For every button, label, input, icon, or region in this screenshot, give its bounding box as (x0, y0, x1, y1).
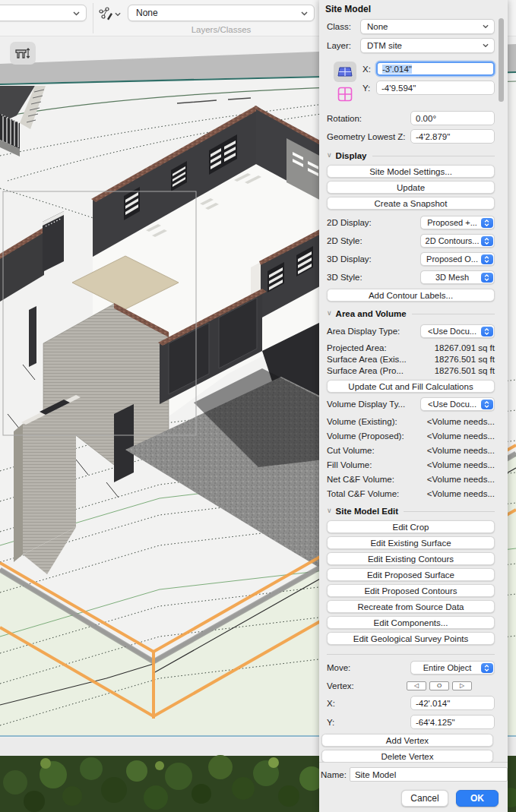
move-popup[interactable]: Entire Object (410, 661, 495, 675)
y-label: Y: (362, 84, 376, 93)
area-volume-section-header[interactable]: ∨ Area and Volume (327, 308, 495, 320)
add-contour-labels-button[interactable]: Add Contour Labels... (327, 289, 495, 302)
area-display-type-popup[interactable]: <Use Docu... (420, 324, 495, 338)
2d-display-label: 2D Display: (327, 218, 372, 227)
vertex-y-field[interactable]: -64'4.125" (410, 715, 495, 729)
pink-grid-icon[interactable] (337, 87, 353, 102)
layer-label: Layer: (327, 41, 360, 50)
dialog-footer: Name: Site Model Cancel OK (319, 762, 508, 812)
geometry-lowest-z-label: Geometry Lowest Z: (327, 132, 406, 141)
net-cf-volume-label: Net C&F Volume: (327, 475, 394, 484)
volume-display-type-popup[interactable]: <Use Docu... (420, 397, 495, 411)
2d-style-popup[interactable]: 2D Contours... (420, 234, 495, 248)
surface-area-proposed-value: 18276.501 sq ft (435, 366, 495, 375)
rotation-label: Rotation: (327, 114, 362, 123)
fill-volume-value: <Volume needs... (427, 460, 495, 469)
vertex-x-field[interactable]: -42'.014" (410, 696, 495, 710)
disclosure-chevron-icon: ∨ (327, 507, 332, 514)
popup-chevrons-icon (481, 663, 493, 673)
update-button[interactable]: Update (327, 181, 495, 194)
2d-display-popup[interactable]: Proposed +... (420, 216, 495, 229)
display-section-header[interactable]: ∨ Display (327, 150, 495, 162)
rotation-field[interactable]: 0.00° (410, 111, 495, 125)
scrollbar-thumb[interactable] (499, 18, 504, 102)
previous-vertex-button[interactable]: ◁ (407, 681, 426, 690)
create-snapshot-button[interactable]: Create a Snapshot (327, 197, 495, 210)
name-label: Name: (321, 770, 347, 779)
layer-dropdown[interactable]: DTM site (360, 38, 495, 53)
y-coordinate-field[interactable]: -4'9.594" (376, 81, 495, 95)
surface-area-existing-value: 18276.501 sq ft (435, 355, 495, 364)
volume-proposed-value: <Volume needs... (427, 431, 495, 441)
cut-volume-value: <Volume needs... (427, 446, 495, 455)
delete-vertex-button[interactable]: Delete Vertex (321, 750, 493, 762)
select-vertex-button[interactable]: O (429, 681, 449, 690)
cut-volume-label: Cut Volume: (327, 446, 375, 455)
attribute-mapping-tool-button[interactable] (98, 7, 124, 22)
surface-area-proposed-label: Surface Area (Pro... (327, 366, 404, 375)
edit-crop-button[interactable]: Edit Crop (327, 520, 495, 533)
fit-walls-button[interactable] (10, 42, 36, 65)
3d-display-popup[interactable]: Proposed O... (420, 252, 495, 266)
next-vertex-button[interactable]: ▷ (452, 681, 472, 690)
recreate-from-source-button[interactable]: Recreate from Source Data (327, 600, 495, 613)
net-cf-volume-value: <Volume needs... (427, 475, 495, 484)
site-model-settings-button[interactable]: Site Model Settings... (327, 165, 495, 178)
3d-display-label: 3D Display: (327, 254, 372, 264)
popup-chevrons-icon (481, 327, 493, 336)
class-filter-dropdown[interactable]: None (128, 5, 315, 21)
popup-chevrons-icon (481, 273, 493, 283)
disclosure-chevron-icon: ∨ (327, 309, 332, 317)
update-cut-fill-button[interactable]: Update Cut and Fill Calculations (327, 380, 495, 393)
x-label: X: (362, 65, 376, 74)
site-model-edit-section-header[interactable]: ∨ Site Model Edit (327, 505, 495, 517)
ok-button[interactable]: OK (456, 790, 499, 807)
panel-title: Site Model (319, 0, 508, 14)
geometry-lowest-z-field[interactable]: -4'2.879" (410, 129, 495, 144)
node-edit-icon (98, 7, 115, 22)
vertex-x-label: X: (327, 699, 335, 708)
total-cf-volume-label: Total C&F Volume: (327, 489, 399, 498)
toolbar-divider (93, 3, 93, 33)
volume-existing-value: <Volume needs... (427, 417, 495, 426)
chevron-down-icon (301, 11, 308, 16)
app-window: None Layers/Classes Site Model Class: No… (0, 0, 516, 812)
tool-style-dropdown[interactable] (0, 5, 87, 21)
class-filter-value: None (136, 8, 158, 18)
area-display-type-label: Area Display Type: (327, 327, 400, 336)
popup-chevrons-icon (481, 400, 493, 409)
section-divider (327, 654, 495, 655)
layers-classes-label: Layers/Classes (128, 25, 315, 34)
2d-style-label: 2D Style: (327, 236, 362, 245)
projected-area-value: 18267.091 sq ft (435, 343, 495, 352)
name-input[interactable]: Site Model (350, 767, 508, 782)
edit-geological-survey-button[interactable]: Edit Geological Survey Points (327, 632, 495, 645)
popup-chevrons-icon (481, 236, 493, 246)
chevron-down-icon (73, 11, 80, 16)
site-model-panel: Site Model Class: None Layer: DTM site (319, 0, 508, 812)
fill-volume-label: Fill Volume: (327, 460, 372, 469)
add-vertex-button[interactable]: Add Vertex (321, 734, 493, 747)
edit-existing-surface-button[interactable]: Edit Existing Surface (327, 536, 495, 549)
cancel-button[interactable]: Cancel (401, 790, 448, 807)
3d-style-label: 3D Style: (327, 273, 362, 282)
edit-existing-contours-button[interactable]: Edit Existing Contours (327, 552, 495, 565)
disclosure-chevron-icon: ∨ (327, 151, 332, 159)
class-label: Class: (327, 22, 360, 31)
chevron-down-icon (115, 12, 121, 17)
3d-style-popup[interactable]: 3D Mesh (420, 270, 495, 284)
x-coordinate-field[interactable]: -3'.014" (376, 62, 495, 76)
panel-scrollbar[interactable] (498, 18, 505, 759)
volume-display-type-label: Volume Display Ty... (327, 400, 405, 409)
edit-proposed-surface-button[interactable]: Edit Proposed Surface (327, 568, 495, 581)
volume-existing-label: Volume (Existing): (327, 417, 397, 426)
surface-area-existing-label: Surface Area (Exis... (327, 355, 407, 364)
popup-chevrons-icon (481, 254, 493, 264)
plane-mode-button[interactable] (334, 62, 356, 82)
edit-components-button[interactable]: Edit Components... (327, 616, 495, 629)
vertex-y-label: Y: (327, 718, 334, 727)
edit-proposed-contours-button[interactable]: Edit Proposed Contours (327, 584, 495, 597)
total-cf-volume-value: <Volume needs... (427, 489, 495, 498)
workbench-height-icon (14, 46, 31, 60)
class-dropdown[interactable]: None (360, 19, 495, 34)
